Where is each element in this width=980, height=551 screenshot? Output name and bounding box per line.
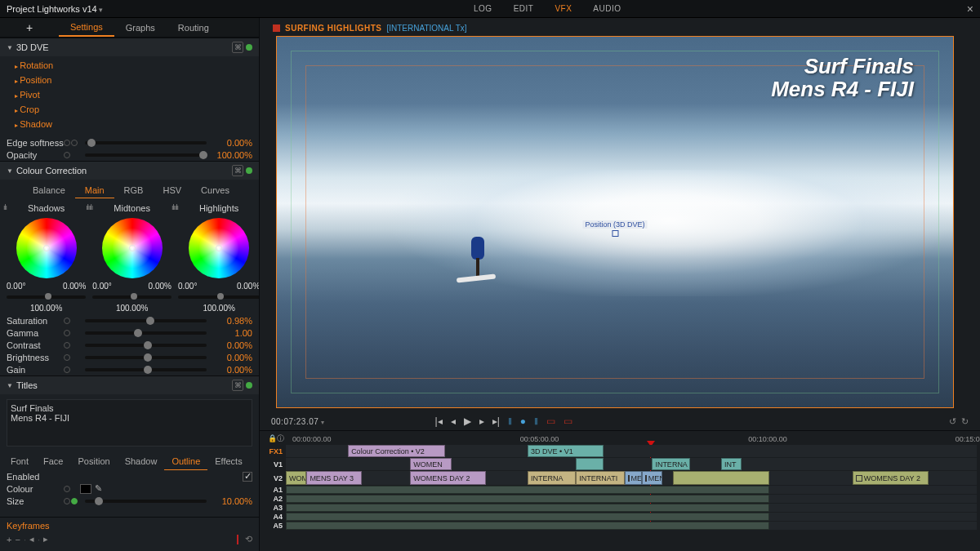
marker-icon[interactable]: ● xyxy=(520,415,526,427)
track-lane[interactable]: WOMMENS DAY 3WOMENS DAY 2INTERNAINTERNAT… xyxy=(286,471,977,485)
colour-wheel-shadows[interactable]: ılıShadowsılı 0.00°0.00% 100.00% xyxy=(3,203,89,313)
param-outline-size[interactable]: Size 10.00% xyxy=(0,495,259,507)
dve-shadow[interactable]: Shadow xyxy=(15,118,252,132)
loop-range-icon[interactable]: ↻ xyxy=(961,416,969,427)
tab-log[interactable]: LOG xyxy=(474,4,492,13)
tab-settings[interactable]: Settings xyxy=(59,18,114,37)
cc-tab-rgb[interactable]: RGB xyxy=(114,183,154,198)
kf-prev-icon[interactable]: ◂ xyxy=(29,534,34,544)
track-label[interactable]: A5 xyxy=(263,522,286,530)
dve-rotation[interactable]: Rotation xyxy=(15,59,252,73)
timecode-display[interactable]: 00:07:23.07 xyxy=(271,417,325,426)
timeline-clip[interactable]: WOMENS DAY 2 xyxy=(410,471,486,485)
param-saturation[interactable]: Saturation 0.98% xyxy=(0,314,259,327)
cc-tab-balance[interactable]: Balance xyxy=(23,183,75,198)
close-icon[interactable]: × xyxy=(967,2,973,16)
param-gain[interactable]: Gain 0.00% xyxy=(0,363,259,375)
colour-swatch[interactable] xyxy=(80,484,91,494)
track-lane[interactable]: WOMENINTERNAINT xyxy=(286,458,977,470)
enable-dot-icon[interactable] xyxy=(246,167,252,174)
link-icon[interactable]: ⌘ xyxy=(232,165,243,176)
timeline-clip[interactable]: WOM xyxy=(286,471,306,485)
cc-tab-main[interactable]: Main xyxy=(75,183,114,198)
timeline-clip[interactable]: Colour Correction • V2 xyxy=(348,445,444,457)
track-lane[interactable] xyxy=(286,495,977,503)
track-label[interactable]: V1 xyxy=(263,460,286,469)
kf-add-icon[interactable]: + xyxy=(7,535,11,544)
track-lane[interactable] xyxy=(286,486,977,494)
cc-tab-curves[interactable]: Curves xyxy=(191,183,239,198)
title-tab-shadow[interactable]: Shadow xyxy=(118,453,165,470)
transform-gizmo[interactable]: Position (3D DVE) xyxy=(582,220,647,238)
kf-next-icon[interactable]: ▸ xyxy=(43,534,48,544)
track-lane[interactable]: Colour Correction • V23D DVE • V1 xyxy=(286,445,977,457)
timeline[interactable]: 🔒ⓘ 00:00:00.00 00:05:00.00 00:10:00.00 0… xyxy=(260,430,980,551)
panel-titles-header[interactable]: ▼Titles ⌘ xyxy=(0,376,259,394)
timeline-clip[interactable]: INT xyxy=(721,458,742,470)
param-gamma[interactable]: Gamma 1.00 xyxy=(0,327,259,339)
track-label[interactable]: A4 xyxy=(263,513,286,521)
param-brightness[interactable]: Brightness 0.00% xyxy=(0,351,259,363)
timeline-clip[interactable]: 3D DVE • V1 xyxy=(528,445,604,457)
title-tab-face[interactable]: Face xyxy=(36,453,70,470)
goto-start-icon[interactable]: |◂ xyxy=(435,415,443,427)
timeline-clip[interactable]: MENS DAY 3 xyxy=(306,471,362,485)
timeline-clip[interactable]: WOMEN xyxy=(410,458,452,470)
param-edge-softness[interactable]: Edge softness 0.00% xyxy=(0,136,259,149)
panel-3d-dve-header[interactable]: ▼3D DVE ⌘ xyxy=(0,38,259,56)
timeline-clip[interactable]: INTERNA xyxy=(652,458,690,470)
param-contrast[interactable]: Contrast 0.00% xyxy=(0,339,259,351)
timeline-clip[interactable] xyxy=(673,471,769,485)
title-tab-effects[interactable]: Effects xyxy=(207,453,249,470)
play-icon[interactable]: ▶ xyxy=(464,415,471,427)
add-effect-button[interactable]: + xyxy=(0,21,59,34)
viewer-canvas[interactable]: Surf Finals Mens R4 - FIJI Position (3D … xyxy=(276,36,954,408)
timeline-clip[interactable]: WOMENS DAY 2 xyxy=(853,471,929,485)
lock-icon[interactable]: 🔒ⓘ xyxy=(268,433,284,444)
insert-icon[interactable]: ▭ xyxy=(546,415,555,427)
reset-icon[interactable]: ılı xyxy=(175,203,178,216)
tab-edit[interactable]: EDIT xyxy=(514,4,534,13)
track-label[interactable]: FX1 xyxy=(263,447,286,455)
enable-dot-icon[interactable] xyxy=(246,44,252,51)
enable-dot-icon[interactable] xyxy=(246,382,252,389)
time-ruler[interactable]: 🔒ⓘ 00:00:00.00 00:05:00.00 00:10:00.00 0… xyxy=(263,433,977,445)
title-text-input[interactable] xyxy=(7,399,252,447)
track-lane[interactable] xyxy=(286,522,977,530)
dve-pivot[interactable]: Pivot xyxy=(15,88,252,103)
step-back-icon[interactable]: ◂ xyxy=(451,415,456,427)
kf-remove-icon[interactable]: − xyxy=(15,535,20,544)
timeline-clip[interactable]: INTERNATI xyxy=(576,471,624,485)
cc-tab-hsv[interactable]: HSV xyxy=(153,183,191,198)
track-label[interactable]: A2 xyxy=(263,495,286,503)
title-tab-outline[interactable]: Outline xyxy=(164,453,207,470)
mark-in-icon[interactable]: ⦀ xyxy=(508,415,512,427)
track-lane[interactable] xyxy=(286,513,977,521)
timeline-clip[interactable]: MEN xyxy=(625,471,642,485)
link-icon[interactable]: ⌘ xyxy=(232,380,243,391)
panel-colour-correction-header[interactable]: ▼Colour Correction ⌘ xyxy=(0,162,259,180)
title-tab-font[interactable]: Font xyxy=(3,453,36,470)
kf-sync-icon[interactable]: ⟲ xyxy=(245,534,252,544)
tab-graphs[interactable]: Graphs xyxy=(114,18,167,37)
track-label[interactable]: A3 xyxy=(263,504,286,512)
timeline-clip[interactable]: INTERNA xyxy=(528,471,576,485)
project-title[interactable]: Project Lightworks v14 xyxy=(7,4,103,14)
colour-wheel-highlights[interactable]: ılıHighlightsılı 0.00°0.00% 100.00% xyxy=(175,203,260,313)
eyedropper-icon[interactable]: ✎ xyxy=(95,483,102,494)
tab-routing[interactable]: Routing xyxy=(167,18,220,37)
link-icon[interactable]: ⌘ xyxy=(232,42,243,53)
step-fwd-icon[interactable]: ▸ xyxy=(479,415,484,427)
reset-icon[interactable]: ılı xyxy=(3,203,7,216)
track-lane[interactable] xyxy=(286,504,977,512)
mark-out-icon[interactable]: ⦀ xyxy=(534,415,538,427)
colour-wheel-midtones[interactable]: ılıMidtonesılı 0.00°0.00% 100.00% xyxy=(89,203,175,313)
goto-end-icon[interactable]: ▸| xyxy=(492,415,500,427)
title-tab-position[interactable]: Position xyxy=(70,453,117,470)
overwrite-icon[interactable]: ▭ xyxy=(564,415,572,427)
param-outline-enabled[interactable]: Enabled✓ xyxy=(0,470,259,482)
reset-icon[interactable]: ılı xyxy=(89,203,92,216)
tab-audio[interactable]: AUDIO xyxy=(593,4,621,13)
dve-position[interactable]: Position xyxy=(15,73,252,88)
track-label[interactable]: A1 xyxy=(263,486,286,494)
